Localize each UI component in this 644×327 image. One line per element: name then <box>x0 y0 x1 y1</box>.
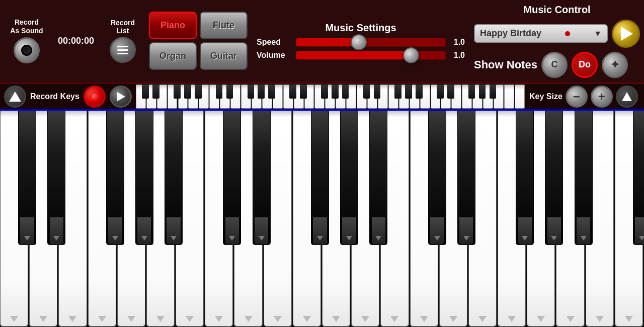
song-row: Happy Birtday ▼ <box>474 20 640 48</box>
record-list-knob[interactable] <box>110 37 136 63</box>
play-triangle-small-icon <box>117 92 125 101</box>
black-key[interactable] <box>253 111 271 245</box>
timer-display: 00:00:00 <box>53 36 99 46</box>
key-arrow-small-icon <box>24 236 30 240</box>
key-arrow-icon <box>245 316 253 322</box>
record-button[interactable] <box>84 86 106 108</box>
mini-black-key[interactable] <box>394 85 401 99</box>
chevron-down-icon: ▼ <box>594 29 602 38</box>
mini-black-key[interactable] <box>468 85 475 99</box>
mini-black-key[interactable] <box>490 85 497 99</box>
black-key-bottom <box>372 217 385 244</box>
key-arrow-small-icon <box>434 236 440 240</box>
mini-black-key[interactable] <box>342 85 349 99</box>
black-key[interactable] <box>135 111 153 245</box>
key-arrow-icon <box>10 316 18 322</box>
volume-slider-track[interactable] <box>296 51 446 60</box>
play-triangle-icon <box>621 27 633 41</box>
key-arrow-icon <box>303 316 311 322</box>
note-special-button[interactable]: ✦ <box>602 52 628 78</box>
mini-black-key[interactable] <box>216 85 223 99</box>
key-size-arrow-icon <box>622 92 632 101</box>
mini-black-key[interactable] <box>142 85 149 99</box>
mini-black-key[interactable] <box>248 85 255 99</box>
black-key[interactable] <box>165 111 183 245</box>
black-key[interactable] <box>457 111 475 245</box>
black-key-bottom <box>430 217 444 244</box>
black-key-bottom <box>108 217 122 244</box>
key-arrow-icon <box>98 316 106 322</box>
black-key[interactable] <box>311 111 329 245</box>
key-arrow-small-icon <box>346 236 352 240</box>
key-arrow-icon <box>508 316 516 322</box>
speed-slider-track[interactable] <box>296 38 446 47</box>
black-key[interactable] <box>18 111 36 245</box>
mini-black-key[interactable] <box>289 85 296 99</box>
mini-black-key[interactable] <box>321 85 328 99</box>
mini-black-key[interactable] <box>174 85 181 99</box>
key-arrow-small-icon <box>463 236 469 240</box>
black-key[interactable] <box>369 111 387 245</box>
music-control: Music Control Happy Birtday ▼ Show Notes… <box>474 4 640 78</box>
record-as-sound-knob[interactable] <box>14 37 40 63</box>
piano-button[interactable]: Piano <box>149 12 197 39</box>
play-button-large[interactable] <box>612 20 640 48</box>
key-arrow-icon <box>596 316 604 322</box>
key-size-knob[interactable] <box>616 86 638 108</box>
mini-black-key[interactable] <box>363 85 370 99</box>
record-as-sound-section: RecordAs Sound <box>4 18 49 63</box>
key-arrow-icon <box>390 316 398 322</box>
mini-white-key[interactable] <box>504 85 514 109</box>
guitar-button[interactable]: Guitar <box>200 42 248 70</box>
mini-black-key[interactable] <box>416 85 423 99</box>
black-key[interactable] <box>428 111 446 245</box>
mini-white-key[interactable] <box>515 85 525 109</box>
note-do-button[interactable]: Do <box>572 52 598 78</box>
organ-button[interactable]: Organ <box>149 42 197 70</box>
note-c-button[interactable]: C <box>541 52 568 78</box>
black-key-bottom <box>167 217 180 244</box>
key-arrow-icon <box>537 316 545 322</box>
black-key-bottom <box>137 217 151 244</box>
black-key[interactable] <box>633 111 644 245</box>
volume-slider-thumb[interactable] <box>403 47 419 63</box>
black-key[interactable] <box>575 111 593 245</box>
key-arrow-icon <box>215 316 223 322</box>
key-arrow-icon <box>478 316 487 322</box>
show-notes-label: Show Notes <box>474 58 537 71</box>
mini-black-key[interactable] <box>268 85 275 99</box>
black-key[interactable] <box>47 111 65 245</box>
mini-black-key[interactable] <box>437 85 444 99</box>
mini-black-key[interactable] <box>374 85 381 99</box>
mini-black-key[interactable] <box>226 85 233 99</box>
mini-black-key[interactable] <box>152 85 159 99</box>
black-key-bottom <box>342 217 356 244</box>
key-arrow-icon <box>420 316 428 322</box>
song-dropdown[interactable]: Happy Birtday ▼ <box>474 24 608 43</box>
dot-indicator <box>565 31 570 36</box>
scroll-up-button[interactable] <box>4 86 26 108</box>
key-arrow-small-icon <box>551 236 557 240</box>
flute-button[interactable]: Flute <box>200 12 248 39</box>
mini-black-key[interactable] <box>195 85 202 99</box>
play-button-small[interactable] <box>110 86 132 108</box>
key-arrow-small-icon <box>522 236 528 240</box>
mini-black-key[interactable] <box>405 85 412 99</box>
mini-black-key[interactable] <box>300 85 307 99</box>
key-arrow-small-icon <box>229 236 235 240</box>
mini-black-key[interactable] <box>184 85 191 99</box>
mini-black-key[interactable] <box>332 85 339 99</box>
speed-slider-thumb[interactable] <box>351 34 367 50</box>
black-key[interactable] <box>223 111 241 245</box>
black-key[interactable] <box>545 111 563 245</box>
key-arrow-icon <box>361 316 369 322</box>
black-key[interactable] <box>516 111 534 245</box>
mini-black-key[interactable] <box>479 85 486 99</box>
key-size-plus-button[interactable]: + <box>591 86 613 108</box>
mini-black-key[interactable] <box>447 85 454 99</box>
list-icon <box>117 46 128 54</box>
black-key[interactable] <box>340 111 358 245</box>
key-size-minus-button[interactable]: − <box>566 86 588 108</box>
black-key[interactable] <box>106 111 124 245</box>
mini-black-key[interactable] <box>258 85 265 99</box>
